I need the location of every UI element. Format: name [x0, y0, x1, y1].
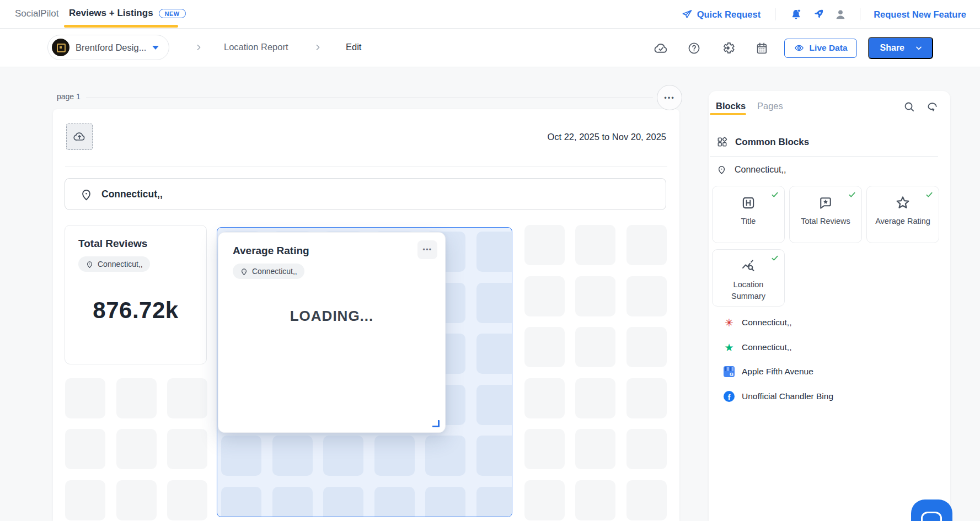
location-chip: Connecticut,, — [233, 264, 304, 279]
block-card-label: Location Summary — [724, 279, 773, 302]
chart-search-icon — [741, 258, 756, 275]
average-rating-widget[interactable]: Average Rating ••• Connecticut,, LOADING… — [218, 232, 446, 433]
location-item-google-business[interactable]: G Apple Fifth Avenue — [724, 366, 813, 377]
report-canvas: Oct 22, 2025 to Nov 20, 2025 Connecticut… — [53, 109, 679, 521]
block-card-average-rating[interactable]: Average Rating — [866, 186, 939, 243]
total-reviews-widget[interactable]: Total Reviews Connecticut,, 876.72k — [65, 225, 207, 364]
location-item-label: Apple Fifth Avenue — [742, 367, 813, 377]
rocket-icon[interactable] — [812, 8, 824, 20]
heading-block-icon — [741, 195, 756, 211]
widget-options-menu-button[interactable]: ••• — [417, 240, 437, 259]
grid-placeholder — [65, 480, 105, 520]
grid-placeholder — [476, 232, 513, 272]
map-pin-icon — [240, 267, 248, 276]
chat-launcher-button[interactable] — [911, 499, 952, 521]
location-item-trustpilot[interactable]: ★ Connecticut,, — [724, 342, 791, 353]
search-icon[interactable] — [903, 100, 915, 113]
logo-upload-dropzone[interactable] — [66, 123, 93, 150]
page-separator-line — [86, 98, 653, 98]
topbar-actions: Quick Request Request New Feature — [681, 0, 966, 29]
grid-placeholder — [374, 487, 415, 518]
cloud-upload-icon — [73, 130, 86, 143]
breadcrumb-edit[interactable]: Edit — [346, 42, 361, 52]
brand-socialpilot[interactable]: SocialPilot — [15, 8, 58, 19]
breadcrumb-location-report[interactable]: Location Report — [224, 42, 288, 52]
grid-placeholder — [626, 327, 667, 367]
chevron-down-icon — [152, 46, 159, 50]
location-header-block[interactable]: Connecticut,, — [65, 178, 666, 210]
check-icon — [848, 190, 856, 199]
tab-reviews-listings-label: Reviews + Listings — [69, 8, 153, 19]
calendar-icon[interactable] — [755, 41, 769, 55]
organization-avatar — [52, 39, 69, 56]
share-button[interactable]: Share — [868, 37, 933, 59]
grid-placeholder — [221, 487, 261, 518]
location-item-facebook[interactable]: f Unofficial Chandler Bing — [724, 391, 833, 402]
breadcrumb-chevron-icon — [194, 43, 203, 52]
share-chevron-down-icon[interactable] — [904, 44, 932, 52]
active-tab-underline — [64, 25, 178, 28]
refresh-loop-icon[interactable] — [926, 100, 939, 113]
grid-placeholder — [116, 480, 157, 520]
grid-placeholder — [323, 436, 363, 476]
grid-placeholder — [221, 436, 261, 476]
grid-placeholder — [476, 436, 513, 476]
grid-placeholder — [524, 480, 565, 520]
grid-placeholder — [575, 225, 615, 265]
grid-placeholder — [575, 429, 615, 469]
grid-placeholder — [116, 378, 157, 418]
grid-placeholder — [626, 276, 667, 316]
tab-reviews-listings[interactable]: Reviews + Listings NEW — [69, 8, 186, 19]
location-item-label: Connecticut,, — [742, 342, 791, 352]
resize-handle[interactable] — [432, 420, 440, 427]
block-card-label: Title — [738, 216, 759, 227]
help-icon[interactable] — [687, 41, 701, 55]
notifications-bell-icon[interactable] — [790, 8, 802, 21]
location-item-label: Unofficial Chandler Bing — [742, 391, 833, 401]
tab-blocks[interactable]: Blocks — [716, 101, 746, 111]
organization-selector[interactable]: Brentford Desig... — [47, 35, 169, 60]
location-item-yelp[interactable]: ✳ Connecticut,, — [724, 317, 791, 328]
total-reviews-value: 876.72k — [78, 297, 193, 324]
grid-placeholder — [65, 429, 105, 469]
live-data-label: Live Data — [810, 43, 848, 53]
grid-placeholder — [575, 378, 615, 418]
blocks-grid-icon — [716, 136, 728, 148]
grid-placeholder — [374, 436, 415, 476]
sidebar-divider — [710, 156, 938, 157]
tab-pages[interactable]: Pages — [757, 101, 783, 111]
top-navigation-bar: SocialPilot Reviews + Listings NEW Quick… — [0, 0, 980, 29]
settings-gear-icon[interactable] — [721, 41, 735, 55]
grid-placeholder — [272, 487, 313, 518]
location-group-header: Connecticut,, — [716, 164, 786, 175]
paper-plane-icon[interactable] — [681, 9, 693, 20]
grid-placeholder — [425, 436, 465, 476]
app-root: SocialPilot Reviews + Listings NEW Quick… — [0, 0, 980, 521]
check-icon — [770, 190, 779, 199]
block-card-total-reviews[interactable]: Total Reviews — [789, 186, 862, 243]
yelp-icon: ✳ — [724, 317, 735, 328]
location-group-label: Connecticut,, — [735, 165, 786, 175]
page-options-menu-button[interactable]: ••• — [657, 85, 682, 110]
grid-placeholder — [626, 378, 667, 418]
toolbar-actions: Live Data Share — [654, 29, 933, 67]
grid-placeholder — [575, 327, 615, 367]
block-card-location-summary[interactable]: Location Summary — [712, 249, 785, 307]
grid-placeholder — [476, 334, 513, 374]
user-profile-icon[interactable] — [834, 8, 847, 20]
grid-placeholder — [65, 378, 105, 418]
grid-placeholder — [323, 487, 363, 518]
block-card-title[interactable]: Title — [712, 186, 785, 243]
request-new-feature-link[interactable]: Request New Feature — [874, 9, 966, 20]
grid-placeholder — [167, 378, 207, 418]
average-rating-title: Average Rating — [233, 245, 431, 257]
cloud-sync-icon[interactable] — [654, 41, 668, 56]
canvas-divider — [65, 166, 667, 167]
quick-request-button[interactable]: Quick Request — [697, 9, 761, 20]
grid-placeholder — [524, 225, 565, 265]
check-icon — [770, 254, 779, 262]
grid-placeholder — [575, 480, 615, 520]
share-label: Share — [880, 43, 904, 53]
new-badge: NEW — [159, 9, 186, 18]
live-data-button[interactable]: Live Data — [784, 39, 857, 58]
